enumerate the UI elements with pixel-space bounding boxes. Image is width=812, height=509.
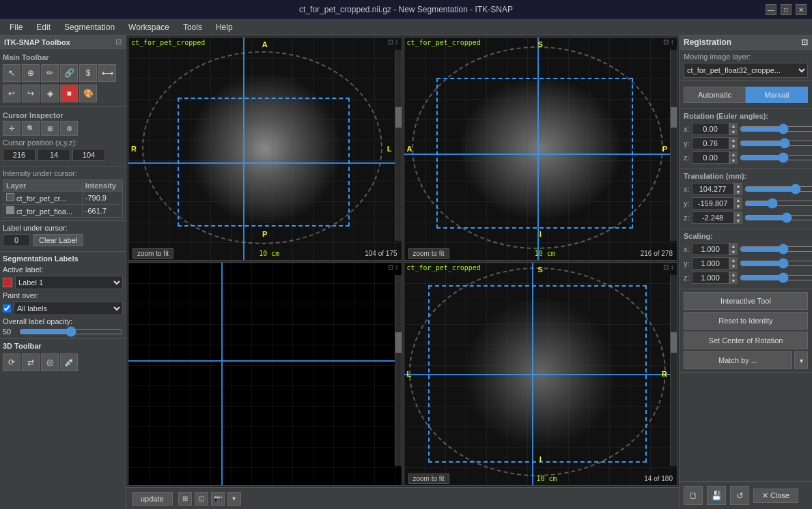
viewport-3d[interactable]: ⊡ ↕ [128, 262, 402, 486]
ci-settings[interactable]: ⚙ [60, 121, 78, 136]
paint-over-dropdown[interactable]: All labels [14, 302, 123, 315]
tool-color-red[interactable]: ■ [60, 85, 78, 102]
viewport-coronal[interactable]: ct_for_pet_cropped S A P I ⊡ ↕ zoom to f… [404, 37, 678, 261]
scaling-x-down[interactable]: ▼ [729, 249, 738, 255]
translation-z-down[interactable]: ▼ [734, 218, 742, 224]
sagittal-zoom-btn[interactable]: zoom to fit [408, 474, 449, 484]
rotation-z-up[interactable]: ▲ [729, 151, 738, 158]
viewport-sagittal[interactable]: ct_for_pet_cropped S L R I ⊡ ↕ zoom to f… [404, 262, 678, 486]
minimize-button[interactable]: — [766, 4, 776, 15]
update-button[interactable]: update [132, 492, 173, 506]
sagittal-icon-1[interactable]: ⊡ [663, 263, 669, 271]
match-by-arrow[interactable]: ▾ [794, 351, 808, 369]
3d-tool-rotate[interactable]: ⟳ [3, 353, 20, 371]
axial-icon-1[interactable]: ⊡ [388, 38, 393, 46]
rotation-z-input[interactable] [692, 151, 729, 164]
close-button[interactable]: ✕ Close [753, 489, 798, 503]
scaling-z-input[interactable] [692, 272, 729, 284]
3d-tool-move[interactable]: ⇄ [22, 353, 40, 371]
redo-button[interactable]: ↪ [22, 85, 40, 102]
menu-file[interactable]: File [3, 21, 29, 33]
tool-palette[interactable]: 🎨 [79, 85, 97, 102]
scaling-y-up[interactable]: ▲ [729, 257, 738, 263]
bottom-icon-grid[interactable]: ⊞ [178, 492, 192, 506]
scaling-x-slider[interactable] [740, 245, 812, 253]
cursor-z[interactable] [72, 149, 105, 161]
active-label-dropdown[interactable]: Label 1 [15, 276, 123, 289]
reg-icon-save[interactable]: 💾 [707, 486, 726, 505]
translation-z-input[interactable] [692, 212, 734, 224]
reg-icon-file[interactable]: 🗋 [684, 486, 703, 505]
scaling-y-input[interactable] [692, 257, 729, 270]
translation-x-slider[interactable] [744, 185, 812, 193]
axial-zoom-btn[interactable]: zoom to fit [132, 248, 173, 259]
tool-dollar[interactable]: $ [79, 64, 97, 82]
translation-z-slider[interactable] [744, 214, 812, 222]
translation-y-input[interactable] [692, 197, 734, 209]
opacity-slider[interactable] [19, 328, 123, 336]
bottom-icon-camera[interactable]: 📷 [211, 492, 225, 506]
scaling-x-input[interactable] [692, 243, 729, 255]
viewport-axial[interactable]: ct_for_pet_cropped A R L P ⊡ ↕ zoom to f… [128, 37, 402, 261]
ci-zoom[interactable]: 🔍 [22, 121, 40, 136]
all-labels-checkbox[interactable] [3, 304, 11, 312]
rotation-z-slider[interactable] [740, 154, 812, 162]
3d-icon-1[interactable]: ⊡ [388, 263, 393, 271]
rotation-x-slider[interactable] [740, 125, 812, 133]
cursor-y[interactable] [38, 149, 70, 161]
translation-x-up[interactable]: ▲ [734, 183, 742, 189]
scaling-y-slider[interactable] [740, 259, 812, 267]
reg-icon-reset[interactable]: ↺ [730, 486, 749, 505]
tool-link[interactable]: 🔗 [60, 64, 78, 82]
rotation-z-down[interactable]: ▼ [729, 158, 738, 164]
sagittal-scrollbar[interactable] [670, 275, 677, 466]
translation-x-down[interactable]: ▼ [734, 189, 742, 195]
3d-tool-inject[interactable]: 💉 [60, 353, 78, 371]
menu-segmentation[interactable]: Segmentation [57, 21, 122, 33]
interactive-tool-button[interactable]: Interactive Tool [684, 292, 808, 310]
rotation-x-down[interactable]: ▼ [729, 129, 738, 135]
3d-tool-target[interactable]: ◎ [41, 353, 59, 371]
tool-layer[interactable]: ◈ [41, 85, 59, 102]
tab-manual[interactable]: Manual [746, 87, 808, 103]
tab-automatic[interactable]: Automatic [684, 87, 746, 103]
moving-image-dropdown[interactable]: ct_for_pet_float32_croppe... [684, 63, 808, 78]
coronal-icon-1[interactable]: ⊡ [663, 38, 669, 46]
rotation-y-slider[interactable] [740, 139, 812, 147]
bottom-icon-more[interactable]: ▾ [227, 492, 241, 506]
close-window-button[interactable]: ✕ [796, 4, 807, 15]
3d-scrollbar[interactable] [395, 275, 402, 466]
scaling-x-up[interactable]: ▲ [729, 243, 738, 249]
ci-grid[interactable]: ⊞ [41, 121, 59, 136]
maximize-button[interactable]: □ [781, 4, 792, 15]
ci-crosshair[interactable]: ✛ [3, 121, 20, 136]
match-by-button[interactable]: Match by ... [684, 351, 792, 369]
tool-cursor[interactable]: ↖ [3, 64, 20, 82]
menu-workspace[interactable]: Workspace [122, 21, 176, 33]
axial-icon-2[interactable]: ↕ [395, 38, 399, 46]
reset-identity-button[interactable]: Reset to Identity [684, 312, 808, 330]
translation-y-up[interactable]: ▲ [734, 197, 742, 203]
bottom-icon-window[interactable]: ◱ [195, 492, 208, 506]
tool-measure[interactable]: ⟷ [98, 64, 116, 82]
coronal-icon-2[interactable]: ↕ [671, 38, 674, 46]
translation-y-down[interactable]: ▼ [734, 203, 742, 209]
coronal-scrollbar[interactable] [670, 50, 677, 241]
rotation-y-up[interactable]: ▲ [729, 137, 738, 143]
menu-tools[interactable]: Tools [176, 21, 209, 33]
rotation-x-up[interactable]: ▲ [729, 123, 738, 129]
menu-edit[interactable]: Edit [29, 21, 57, 33]
scaling-z-slider[interactable] [740, 274, 812, 282]
coronal-zoom-btn[interactable]: zoom to fit [408, 248, 449, 259]
tool-paint[interactable]: ✏ [41, 64, 59, 82]
titlebar-controls[interactable]: — □ ✕ [766, 4, 807, 15]
scaling-z-up[interactable]: ▲ [729, 272, 738, 278]
center-rotation-button[interactable]: Set Center of Rotation [684, 332, 808, 349]
translation-z-up[interactable]: ▲ [734, 212, 742, 218]
translation-y-slider[interactable] [744, 199, 812, 207]
axial-scrollbar[interactable] [395, 50, 402, 241]
rotation-y-down[interactable]: ▼ [729, 143, 738, 149]
sagittal-icon-2[interactable]: ↕ [671, 263, 674, 271]
clear-label-button[interactable]: Clear Label [33, 234, 83, 246]
scaling-y-down[interactable]: ▼ [729, 263, 738, 270]
